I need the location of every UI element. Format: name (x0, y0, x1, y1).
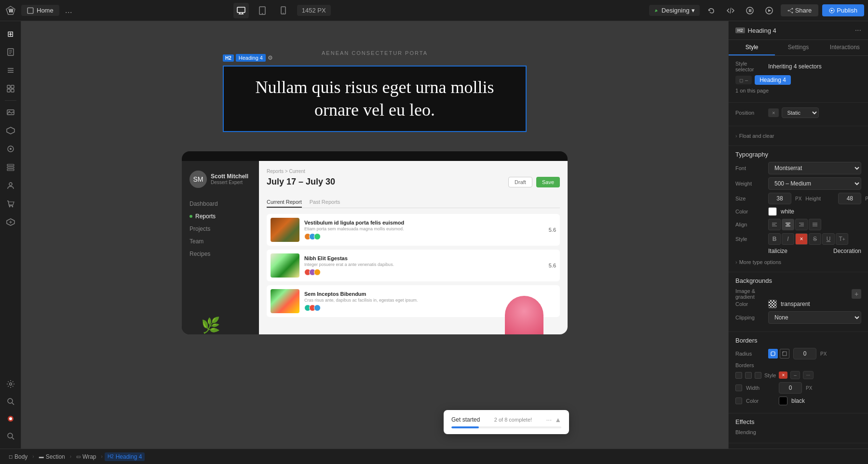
height-input[interactable] (838, 193, 861, 204)
border-checkbox-1[interactable] (735, 372, 742, 379)
more-type-options-button[interactable]: More type options (735, 257, 861, 267)
bg-color-swatch[interactable] (768, 300, 777, 308)
tablet-view-button[interactable] (255, 3, 270, 18)
heading-4-chip[interactable]: Heading 4 (755, 75, 791, 85)
sidebar-icon-home[interactable]: ⊞ (2, 25, 19, 42)
sidebar-icon-media[interactable] (2, 104, 19, 121)
align-left-button[interactable] (768, 219, 781, 230)
border-checkbox-width[interactable] (735, 384, 742, 391)
style-x-button[interactable]: × (795, 233, 808, 245)
border-checkbox-2[interactable] (745, 372, 752, 379)
style-underline-button[interactable]: U (822, 233, 835, 245)
radius-individual-button[interactable] (780, 349, 789, 358)
code-editor-button[interactable] (723, 3, 738, 18)
dashboard-list-item[interactable]: Vestibulum id ligula porta felis euismod… (267, 214, 560, 246)
border-checkbox-color[interactable] (735, 398, 742, 404)
style-strikethrough-button[interactable]: S (809, 233, 821, 245)
border-style-x-button[interactable]: × (779, 371, 787, 379)
dashboard-save-button[interactable]: Save (536, 177, 560, 187)
border-color-swatch[interactable] (779, 397, 787, 405)
heading-element[interactable]: Nullam quis risus eget urna mollis ornar… (223, 66, 527, 132)
panel-header-more-button[interactable]: ··· (855, 26, 861, 35)
effects-header[interactable]: Effects (735, 418, 861, 425)
border-style-dash-button-1[interactable]: – (790, 371, 800, 379)
breadcrumb-body[interactable]: ◻ Body (6, 452, 30, 461)
dashboard-nav-reports[interactable]: Reports (190, 210, 251, 223)
play-button[interactable] (761, 3, 777, 18)
dashboard-nav-team[interactable]: Team (190, 235, 251, 248)
panel-tab-interactions[interactable]: Interactions (822, 40, 868, 55)
undo-button[interactable] (704, 3, 719, 18)
get-started-toast[interactable]: Get started 2 of 8 complete! ··· ▲ (444, 410, 569, 434)
sidebar-icon-apps[interactable] (2, 122, 19, 139)
borders-label: Borders (735, 337, 861, 344)
panel-tab-style[interactable]: Style (729, 40, 775, 55)
preview-button[interactable] (742, 3, 758, 18)
backgrounds-header[interactable]: Backgrounds (735, 277, 861, 284)
sidebar-icon-interactions[interactable] (2, 140, 19, 158)
radius-label: Radius (735, 351, 764, 357)
typography-header[interactable]: Typography (735, 151, 861, 158)
logo[interactable]: W (4, 4, 17, 17)
weight-select[interactable]: 500 – Medium 400 – Regular 700 – Bold (768, 177, 861, 190)
viewport-size[interactable]: 1452 PX (297, 5, 331, 16)
mobile-view-button[interactable] (276, 3, 291, 18)
sidebar-icon-pages[interactable] (2, 43, 19, 61)
canvas-area[interactable]: AENEAN CONSECTETUR PORTA H2 Heading 4 ⚙ … (21, 21, 728, 449)
sidebar-icon-account[interactable] (2, 177, 19, 194)
sidebar-icon-ecommerce[interactable] (2, 195, 19, 212)
desktop-view-button[interactable] (233, 3, 249, 18)
align-justify-button[interactable] (809, 219, 821, 230)
heading-text[interactable]: Nullam quis risus eget urna mollis ornar… (235, 76, 514, 121)
toast-close-button[interactable]: ▲ (555, 416, 561, 424)
sidebar-icon-elements[interactable] (2, 80, 19, 97)
home-tab[interactable]: Home (21, 5, 59, 16)
panel-tab-settings[interactable]: Settings (775, 40, 821, 55)
clipping-select[interactable]: None Text (768, 311, 861, 324)
sidebar-icon-cms[interactable] (2, 159, 19, 176)
sidebar-icon-search[interactable] (2, 427, 19, 445)
toast-dots-button[interactable]: ··· (546, 416, 552, 424)
border-style-dash-button-2[interactable]: ··· (803, 371, 814, 379)
color-swatch[interactable] (768, 207, 777, 216)
align-center-button[interactable] (782, 219, 794, 230)
sidebar-icon-extensions[interactable] (2, 213, 19, 231)
dashboard-nav-projects[interactable]: Projects (190, 223, 251, 235)
sidebar-icon-structure[interactable] (2, 62, 19, 79)
position-x-button[interactable]: × (768, 108, 779, 117)
more-tabs-button[interactable]: ... (65, 5, 72, 15)
designing-mode-button[interactable]: Designing ▾ (649, 5, 700, 16)
dashboard-nav-recipes[interactable]: Recipes (190, 248, 251, 260)
sidebar-icon-settings[interactable] (2, 375, 19, 393)
dashboard-draft-button[interactable]: Draft (508, 177, 532, 187)
add-background-button[interactable]: + (852, 289, 861, 299)
align-right-button[interactable] (795, 219, 808, 230)
dashboard-list-item-2[interactable]: Nibh Elit Egestas Integer posuere erat a… (267, 250, 560, 281)
radius-input[interactable] (793, 348, 816, 359)
svg-rect-2 (27, 8, 33, 13)
share-button[interactable]: Share (781, 4, 819, 16)
heading-wrapper[interactable]: H2 Heading 4 ⚙ Nullam quis risus eget ur… (223, 66, 527, 132)
sidebar-icon-audit[interactable] (2, 393, 19, 410)
selector-chip-icon[interactable]: ◻ – (735, 76, 752, 84)
breadcrumb-section[interactable]: ▬ Section (36, 452, 68, 461)
style-superscript-button[interactable]: T+ (836, 233, 848, 245)
publish-button[interactable]: Publish (822, 4, 864, 16)
breadcrumb-wrap[interactable]: ▭ Wrap (73, 452, 99, 461)
style-bold-button[interactable]: B (768, 233, 781, 245)
dashboard-tab-past[interactable]: Past Reports (310, 197, 340, 208)
float-clear-button[interactable]: Float and clear (735, 131, 861, 141)
borders-header[interactable]: Borders (735, 337, 861, 344)
dashboard-nav-dashboard[interactable]: Dashboard (190, 198, 251, 210)
radius-all-button[interactable] (768, 349, 778, 358)
border-checkbox-3[interactable] (755, 372, 761, 379)
font-select[interactable]: Montserrat Arial Georgia (768, 162, 861, 174)
size-input[interactable] (768, 193, 791, 204)
dashboard-tab-current[interactable]: Current Report (267, 197, 302, 208)
border-width-input[interactable] (779, 382, 802, 394)
style-italic-button[interactable]: I (782, 233, 794, 245)
heading-settings-icon[interactable]: ⚙ (268, 54, 273, 61)
sidebar-icon-record[interactable] (2, 410, 19, 427)
breadcrumb-heading[interactable]: H2 Heading 4 (105, 452, 145, 461)
position-select[interactable]: Static Relative Absolute Fixed Sticky (782, 107, 819, 118)
